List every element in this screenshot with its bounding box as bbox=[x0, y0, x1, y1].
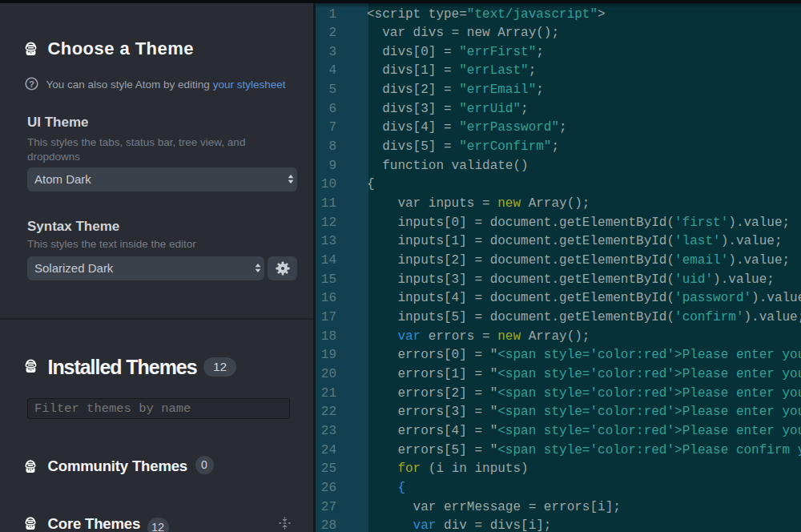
svg-text:?: ? bbox=[28, 79, 34, 88]
